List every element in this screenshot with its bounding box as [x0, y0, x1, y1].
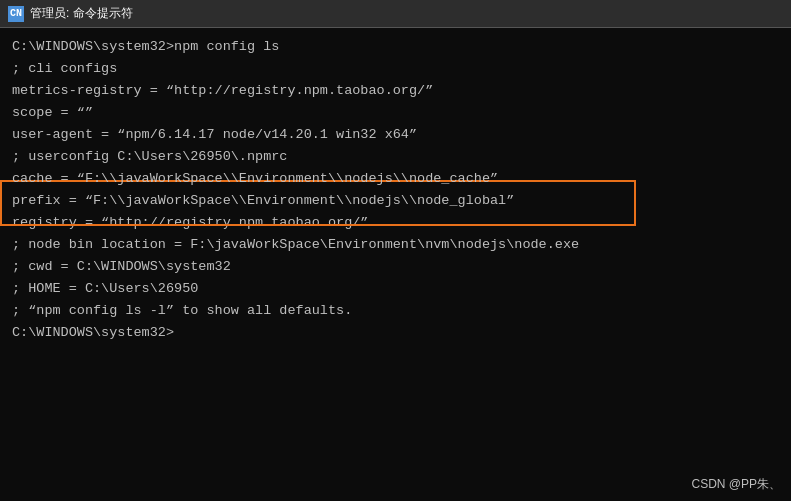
title-bar-icon: CN: [8, 6, 24, 22]
terminal-line-8-highlighted: cache = “F:\\javaWorkSpace\\Environment\…: [12, 168, 779, 190]
terminal-line-15: ; “npm config ls -l” to show all default…: [12, 300, 779, 322]
terminal-line-9-highlighted: prefix = “F:\\javaWorkSpace\\Environment…: [12, 190, 779, 212]
terminal-line-17: C:\WINDOWS\system32>: [12, 322, 779, 344]
terminal: C:\WINDOWS\system32>npm config ls ; cli …: [0, 28, 791, 501]
terminal-line-4: scope = “”: [12, 102, 779, 124]
terminal-line-3: metrics-registry = “http://registry.npm.…: [12, 80, 779, 102]
terminal-line-10: registry = “http://registry.npm.taobao.o…: [12, 212, 779, 234]
terminal-line-13: ; cwd = C:\WINDOWS\system32: [12, 256, 779, 278]
title-bar: CN 管理员: 命令提示符: [0, 0, 791, 28]
title-bar-text: 管理员: 命令提示符: [30, 5, 133, 22]
terminal-line-14: ; HOME = C:\Users\26950: [12, 278, 779, 300]
terminal-line-1: C:\WINDOWS\system32>npm config ls: [12, 36, 779, 58]
watermark: CSDN @PP朱、: [691, 476, 781, 493]
terminal-line-5: user-agent = “npm/6.14.17 node/v14.20.1 …: [12, 124, 779, 146]
terminal-line-12: ; node bin location = F:\javaWorkSpace\E…: [12, 234, 779, 256]
terminal-line-7: ; userconfig C:\Users\26950\.npmrc: [12, 146, 779, 168]
terminal-line-2: ; cli configs: [12, 58, 779, 80]
